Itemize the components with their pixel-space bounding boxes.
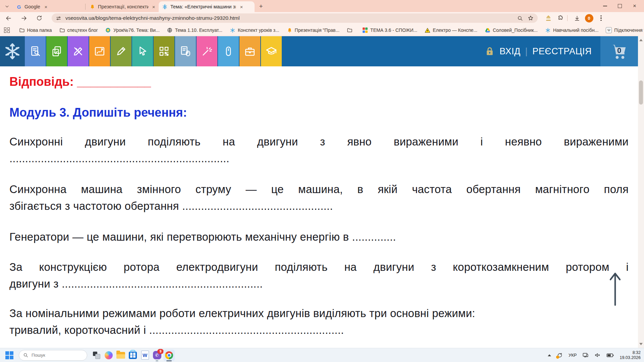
page-scrollbar[interactable] bbox=[638, 36, 644, 348]
nav-tile-jobs[interactable] bbox=[239, 36, 260, 66]
answer-label: Відповідь: bbox=[9, 75, 74, 88]
volume-button[interactable] bbox=[594, 352, 601, 358]
warning-triangle-icon bbox=[425, 27, 430, 33]
extension-landmark-button[interactable] bbox=[544, 13, 553, 23]
window-close-button[interactable]: × bbox=[627, 1, 642, 11]
running-indicator bbox=[156, 360, 158, 361]
display-cast-button[interactable] bbox=[582, 352, 589, 358]
cart-button[interactable]: 0 bbox=[600, 36, 638, 66]
search-input[interactable] bbox=[31, 352, 69, 358]
nav-tile-materials[interactable] bbox=[25, 36, 46, 66]
window-minimize-button[interactable] bbox=[598, 1, 612, 11]
microsoft-store-button[interactable] bbox=[127, 349, 139, 361]
folder-icon bbox=[347, 27, 353, 33]
cart-count: 0 bbox=[617, 46, 621, 55]
back-button[interactable] bbox=[3, 13, 13, 23]
scrollbar-up-arrow-icon[interactable] bbox=[639, 39, 643, 41]
sentence-line: збігається з частотою обертання ........… bbox=[9, 198, 629, 215]
tab-elektrychni-mashyny[interactable]: Тема: «Електричні машини змі × bbox=[159, 1, 255, 12]
nav-tile-courses[interactable] bbox=[261, 36, 282, 66]
chrome-button[interactable] bbox=[163, 349, 175, 361]
bookmark-item[interactable]: Електро — Конспе... bbox=[425, 27, 477, 33]
login-link[interactable]: ВХІД bbox=[499, 46, 521, 57]
extensions-button[interactable] bbox=[556, 13, 565, 23]
url-text[interactable]: vseosvita.ua/blogs/tema-elektrychni-mash… bbox=[65, 15, 513, 21]
language-indicator[interactable]: УКР bbox=[569, 353, 577, 358]
copilot-button[interactable] bbox=[103, 349, 115, 361]
bookmark-item[interactable]: Урок№76. Тема: Ви... bbox=[105, 27, 160, 33]
bookmark-item[interactable]: Ψ Підключення триф... bbox=[606, 27, 644, 33]
nav-tile-plans[interactable] bbox=[89, 36, 110, 66]
nav-tile-online[interactable] bbox=[132, 36, 153, 66]
window-maximize-button[interactable] bbox=[612, 1, 627, 11]
bookmark-label: Урок№76. Тема: Ви... bbox=[113, 27, 160, 33]
trident-icon: Ψ bbox=[606, 27, 612, 33]
map-route-icon bbox=[94, 45, 106, 57]
file-explorer-button[interactable] bbox=[115, 349, 127, 361]
nav-tile-write[interactable] bbox=[111, 36, 131, 66]
nav-tile-magic[interactable] bbox=[197, 36, 217, 66]
zoom-page-button[interactable] bbox=[517, 15, 523, 21]
paragraph: За конструкцією ротора електродвигуни по… bbox=[9, 259, 629, 292]
google-favicon: G bbox=[16, 4, 22, 10]
nav-tile-webinars[interactable] bbox=[218, 36, 239, 66]
qr-code-icon bbox=[158, 45, 170, 57]
bookmark-item[interactable]: Презентація "Прав... bbox=[287, 27, 339, 33]
reload-button[interactable] bbox=[34, 13, 44, 23]
profile-button[interactable]: 0 bbox=[584, 13, 594, 23]
taskbar-search[interactable] bbox=[19, 350, 87, 361]
landmark-icon bbox=[545, 15, 552, 21]
battery-button[interactable] bbox=[606, 352, 614, 358]
apps-grid-icon[interactable] bbox=[4, 27, 10, 33]
sentence-line: двигуни з ..............................… bbox=[9, 276, 629, 292]
folder-icon bbox=[19, 27, 25, 33]
word-button[interactable]: W bbox=[139, 349, 151, 361]
nav-tile-tests[interactable] bbox=[46, 36, 67, 66]
briefcase-icon bbox=[244, 45, 256, 57]
tab-title: Google bbox=[24, 4, 40, 9]
browser-tab-strip: G Google × Презентації, конспекти уроків… bbox=[0, 0, 644, 12]
tab-close-icon[interactable]: × bbox=[43, 4, 49, 10]
address-bar[interactable]: vseosvita.ua/blogs/tema-elektrychni-mash… bbox=[52, 13, 538, 23]
bookmark-item-folder-unnamed[interactable] bbox=[347, 27, 355, 33]
viber-button[interactable]: ✆ 9 bbox=[151, 349, 163, 361]
sync-status-button[interactable] bbox=[557, 352, 563, 358]
clock[interactable]: 8:32 19.03.2026 bbox=[620, 350, 641, 360]
bookmark-item[interactable]: спецтехн блог bbox=[59, 27, 98, 33]
paragraph: За номінальними режимами роботи електрич… bbox=[9, 305, 629, 339]
bookmark-label: Тема 1.10. Експлуат... bbox=[175, 27, 222, 33]
tab-close-icon[interactable]: × bbox=[238, 4, 245, 10]
bookmark-item[interactable]: Нова папка bbox=[19, 27, 52, 33]
tab-presentations[interactable]: Презентації, конспекти уроків × bbox=[86, 1, 159, 12]
copilot-icon bbox=[105, 351, 113, 359]
tab-search-button[interactable] bbox=[3, 2, 11, 11]
tab-close-icon[interactable]: × bbox=[151, 4, 156, 10]
nav-tile-qr[interactable] bbox=[154, 36, 174, 66]
running-indicator bbox=[166, 360, 172, 361]
new-tab-button[interactable]: + bbox=[257, 2, 265, 11]
tray-chevron-up-icon[interactable] bbox=[548, 354, 551, 356]
task-view-button[interactable] bbox=[91, 349, 103, 361]
screen: G Google × Презентації, конспекти уроків… bbox=[0, 0, 644, 362]
scrollbar-thumb[interactable] bbox=[639, 80, 643, 105]
magic-wand-icon bbox=[201, 45, 213, 57]
nav-tile-library[interactable] bbox=[175, 36, 196, 66]
scrollbar-down-arrow-icon[interactable] bbox=[639, 343, 643, 345]
bookmark-item[interactable]: Соловей_Посібник... bbox=[485, 27, 538, 33]
downloads-button[interactable] bbox=[572, 13, 582, 23]
browser-menu-button[interactable] bbox=[596, 13, 606, 23]
site-settings-icon bbox=[56, 15, 61, 21]
tab-google[interactable]: G Google × bbox=[13, 1, 85, 12]
nav-tile-tools[interactable] bbox=[68, 36, 89, 66]
bookmark-star-button[interactable] bbox=[528, 15, 534, 21]
scroll-to-top-button[interactable] bbox=[608, 272, 623, 306]
forward-button[interactable] bbox=[19, 13, 29, 23]
word-icon: W bbox=[141, 351, 149, 360]
bookmark-item[interactable]: ТЕМА 3.6 - СПОЖИ... bbox=[362, 27, 417, 33]
site-logo[interactable] bbox=[0, 36, 25, 66]
register-link[interactable]: РЕЄСТРАЦІЯ bbox=[532, 46, 592, 57]
bookmark-item[interactable]: Конспект уроків з... bbox=[230, 27, 279, 33]
bookmark-item[interactable]: Навчальний посібн... bbox=[545, 27, 598, 33]
start-button[interactable] bbox=[3, 349, 15, 361]
bookmark-item[interactable]: Тема 1.10. Експлуат... bbox=[167, 27, 222, 33]
